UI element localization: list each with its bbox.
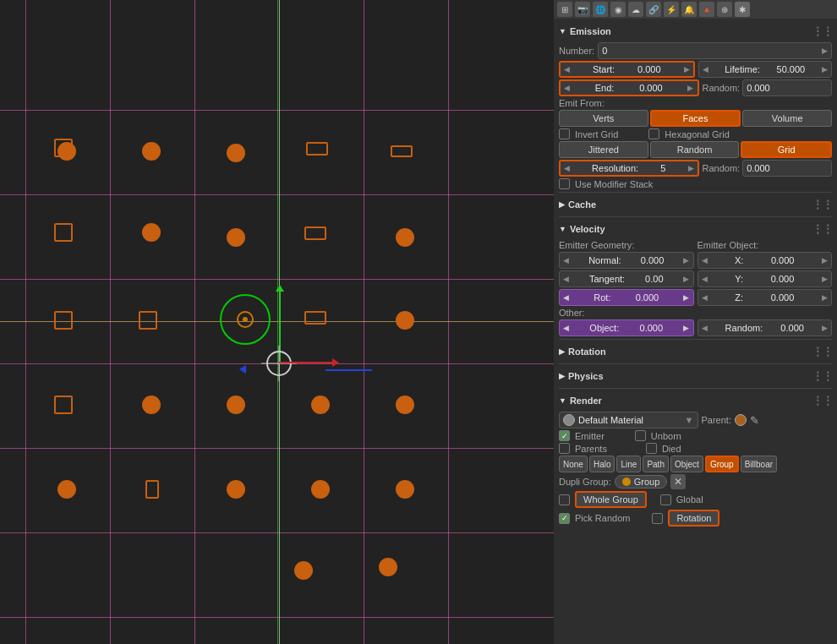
number-field[interactable]: 0 ▶ xyxy=(598,42,832,59)
resolution-row: ◀ Resolution: 5 ▶ Random: 0.000 xyxy=(559,160,832,177)
parent-container: Parent: ✎ xyxy=(702,414,833,427)
emitter-object-label: Emitter Object: xyxy=(698,240,833,250)
died-checkbox[interactable] xyxy=(646,443,657,454)
vel-random-field[interactable]: ◀ Random: 0.000 ▶ xyxy=(698,319,833,336)
start-field[interactable]: ◀ Start: 0.000 ▶ xyxy=(559,61,695,78)
start-left-arrow: ◀ xyxy=(564,65,570,74)
x-field[interactable]: ◀ X: 0.000 ▶ xyxy=(698,252,833,269)
dupli-object-button[interactable]: Object xyxy=(670,456,703,472)
grid-button[interactable]: Grid xyxy=(741,141,832,158)
invert-hex-row: Invert Grid Hexagonal Grid xyxy=(559,128,832,139)
emitter-label: Emitter xyxy=(575,431,604,441)
y-label: Y: xyxy=(735,274,743,284)
distribution-buttons: Jittered Random Grid xyxy=(559,141,832,158)
properties-panel: ⊞ 📷 🌐 ◉ ☁ 🔗 ⚡ 🔔 🔺 ⊕ ✱ Emission ⋮⋮ Number… xyxy=(554,0,837,644)
z-axis-arrow xyxy=(326,369,372,371)
resolution-right-arrow: ▶ xyxy=(688,164,694,172)
verts-button[interactable]: Verts xyxy=(559,110,648,127)
emitter-unborn-row: Emitter Unborn xyxy=(559,430,832,441)
divider-3 xyxy=(559,339,832,340)
unborn-checkbox[interactable] xyxy=(635,430,646,441)
close-group-button[interactable]: ✕ xyxy=(670,474,686,489)
faces-button[interactable]: Faces xyxy=(650,110,741,127)
whole-group-checkbox[interactable] xyxy=(559,494,570,505)
toolbar-icon-data[interactable]: ⊕ xyxy=(717,2,732,17)
toolbar-icon-particles[interactable]: ☁ xyxy=(628,2,643,17)
lifetime-field[interactable]: ◀ Lifetime: 50.000 ▶ xyxy=(698,61,833,78)
whole-group-button[interactable]: Whole Group xyxy=(575,491,647,508)
toolbar-icon-circle[interactable]: ◉ xyxy=(610,2,626,17)
dupli-line-button[interactable]: Line xyxy=(616,456,641,472)
divider-4 xyxy=(559,363,832,364)
hexagonal-grid-checkbox[interactable] xyxy=(648,128,659,139)
modifier-stack-label: Use Modifier Stack xyxy=(575,179,653,189)
object-field[interactable]: ◀ Object: 0.000 ▶ xyxy=(559,319,694,336)
rotation-section-header[interactable]: Rotation ⋮⋮ xyxy=(559,342,832,361)
pick-random-checkbox[interactable] xyxy=(559,513,570,524)
edit-parent-icon[interactable]: ✎ xyxy=(750,414,759,427)
dupli-billboard-button[interactable]: Billboar xyxy=(741,456,777,472)
particle xyxy=(142,396,161,414)
random-dist-button[interactable]: Random xyxy=(650,141,740,158)
material-icon xyxy=(563,414,575,426)
vel-random-value: 0.000 xyxy=(780,323,804,333)
emit-from-buttons: Verts Faces Volume xyxy=(559,110,832,127)
render-section-header[interactable]: Render ⋮⋮ xyxy=(559,391,832,410)
z-field[interactable]: ◀ Z: 0.000 ▶ xyxy=(698,289,833,306)
velocity-section-header[interactable]: Velocity ⋮⋮ xyxy=(559,220,832,238)
emitter-checkbox[interactable] xyxy=(559,430,570,441)
dupli-none-button[interactable]: None xyxy=(559,456,588,472)
volume-button[interactable]: Volume xyxy=(742,110,832,127)
cache-title: Cache xyxy=(568,199,596,210)
toolbar-icon-link[interactable]: 🔗 xyxy=(646,2,661,17)
toolbar-icon-active[interactable]: ✱ xyxy=(735,2,750,17)
invert-grid-checkbox[interactable] xyxy=(559,128,570,139)
dupli-path-button[interactable]: Path xyxy=(643,456,669,472)
divider-5 xyxy=(559,388,832,389)
toolbar-icon-physics[interactable]: ⚡ xyxy=(664,2,679,17)
group-selector[interactable]: Group xyxy=(615,475,668,488)
global-checkbox[interactable] xyxy=(660,494,671,505)
rot-field[interactable]: ◀ Rot: 0.000 ▶ xyxy=(559,289,694,306)
lifetime-value: 50.000 xyxy=(777,64,806,74)
toolbar-icon-grid[interactable]: ⊞ xyxy=(557,2,572,17)
number-row: Number: 0 ▶ xyxy=(559,42,832,59)
rotation-render-label: Rotation xyxy=(676,513,711,523)
dupli-halo-button[interactable]: Halo xyxy=(589,456,615,472)
particle xyxy=(54,396,73,414)
object-label: Object: xyxy=(589,323,619,333)
jittered-button[interactable]: Jittered xyxy=(559,141,648,158)
y-field[interactable]: ◀ Y: 0.000 ▶ xyxy=(698,270,833,287)
particle xyxy=(396,311,414,330)
tangent-field[interactable]: ◀ Tangent: 0.00 ▶ xyxy=(559,270,694,287)
number-arrow: ▶ xyxy=(822,46,828,55)
rotation-options: ⋮⋮ xyxy=(812,345,832,358)
emission-section-header[interactable]: Emission ⋮⋮ xyxy=(559,22,832,41)
physics-section-header[interactable]: Physics ⋮⋮ xyxy=(559,367,832,385)
other-label-row: Other: xyxy=(559,308,832,318)
object-value: 0.000 xyxy=(640,323,664,333)
viewport[interactable] xyxy=(0,0,554,644)
cache-section-header[interactable]: Cache ⋮⋮ xyxy=(559,195,832,214)
resolution-field[interactable]: ◀ Resolution: 5 ▶ xyxy=(559,160,699,177)
dupli-group-button[interactable]: Group xyxy=(705,456,739,472)
toolbar-icon-camera[interactable]: 📷 xyxy=(575,2,590,17)
toolbar-icon-render[interactable]: 🌐 xyxy=(593,2,608,17)
toolbar-icon-modifiers[interactable]: 🔺 xyxy=(699,2,714,17)
parents-checkbox[interactable] xyxy=(559,443,570,454)
modifier-stack-checkbox[interactable] xyxy=(559,178,570,189)
end-field[interactable]: ◀ End: 0.000 ▶ xyxy=(559,79,699,96)
pick-random-rotation-row: Pick Random Rotation xyxy=(559,510,832,527)
toolbar-icon-constraints[interactable]: 🔔 xyxy=(681,2,697,17)
cache-options: ⋮⋮ xyxy=(812,198,832,211)
random-field[interactable]: 0.000 xyxy=(742,79,832,96)
rotation-render-button[interactable]: Rotation xyxy=(668,510,719,527)
lifetime-left-arrow: ◀ xyxy=(703,65,708,74)
random-value: 0.000 xyxy=(747,83,770,93)
default-material-field[interactable]: Default Material ▼ xyxy=(559,412,698,428)
rotation-render-checkbox[interactable] xyxy=(652,513,663,524)
resolution-random-value: 0.000 xyxy=(747,163,770,173)
resolution-random-field[interactable]: 0.000 xyxy=(742,160,832,177)
end-right-arrow: ▶ xyxy=(687,84,693,92)
normal-field[interactable]: ◀ Normal: 0.000 ▶ xyxy=(559,252,694,269)
